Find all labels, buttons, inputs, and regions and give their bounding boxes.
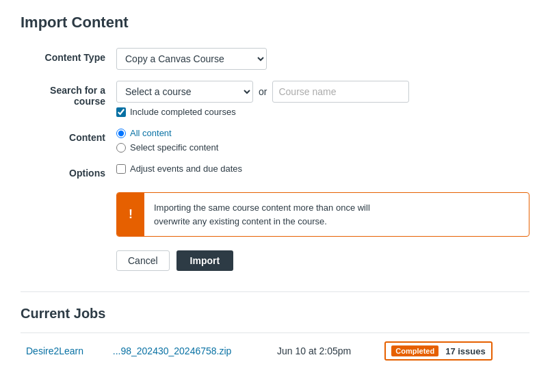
search-course-label: Search for a course <box>21 81 116 107</box>
current-jobs-section: Current Jobs Desire2Learn ...98_202430_2… <box>21 306 529 369</box>
radio-specific-content[interactable] <box>116 143 126 153</box>
content-row: Content All content Select specific cont… <box>21 128 529 153</box>
content-type-label: Content Type <box>21 48 116 63</box>
or-label: or <box>259 86 267 97</box>
job-name-cell: Desire2Learn <box>21 333 107 369</box>
radio-specific-content-label[interactable]: Select specific content <box>130 142 218 153</box>
search-course-select[interactable]: Select a course <box>116 81 253 103</box>
button-row: Cancel Import <box>116 250 529 271</box>
content-type-control: Copy a Canvas Course <box>116 48 529 70</box>
content-type-select[interactable]: Copy a Canvas Course <box>116 48 267 70</box>
current-jobs-title: Current Jobs <box>21 306 529 322</box>
job-file-link[interactable]: ...98_202430_20246758.zip <box>113 345 232 356</box>
adjust-events-label[interactable]: Adjust events and due dates <box>130 164 242 174</box>
content-control: All content Select specific content <box>116 128 529 153</box>
course-name-input[interactable] <box>272 81 409 103</box>
warning-icon: ! <box>117 193 144 236</box>
adjust-events-row: Adjust events and due dates <box>116 164 529 174</box>
radio-all-content-row: All content <box>116 128 529 138</box>
import-button[interactable]: Import <box>176 250 234 271</box>
table-row: Desire2Learn ...98_202430_20246758.zip J… <box>21 333 529 369</box>
options-label: Options <box>21 164 116 179</box>
jobs-table: Desire2Learn ...98_202430_20246758.zip J… <box>21 332 529 369</box>
issues-count: 17 issues <box>445 346 486 356</box>
warning-message: Importing the same course content more t… <box>144 193 380 236</box>
status-cell: Completed 17 issues <box>384 341 492 361</box>
content-label: Content <box>21 128 116 143</box>
radio-specific-content-row: Select specific content <box>116 142 529 153</box>
warning-text-line2: overwrite any existing content in the co… <box>154 216 327 226</box>
warning-exclamation: ! <box>129 207 133 222</box>
job-status-cell: Completed 17 issues <box>379 333 529 369</box>
page-title: Import Content <box>21 14 529 31</box>
options-control: Adjust events and due dates <box>116 164 529 174</box>
jobs-table-body: Desire2Learn ...98_202430_20246758.zip J… <box>21 333 529 369</box>
section-divider <box>21 291 529 292</box>
radio-all-content[interactable] <box>116 129 126 138</box>
content-radio-group: All content Select specific content <box>116 128 529 153</box>
warning-box: ! Importing the same course content more… <box>116 192 529 237</box>
job-date: Jun 10 at 2:05pm <box>277 345 351 356</box>
search-course-control: Select a course or Include completed cou… <box>116 81 529 117</box>
radio-all-content-label[interactable]: All content <box>130 128 172 138</box>
job-file-cell: ...98_202430_20246758.zip <box>107 333 272 369</box>
include-completed-label[interactable]: Include completed courses <box>130 107 236 117</box>
options-row: Options Adjust events and due dates <box>21 164 529 179</box>
include-completed-row: Include completed courses <box>116 107 529 117</box>
status-badge: Completed <box>391 345 438 356</box>
job-date-cell: Jun 10 at 2:05pm <box>272 333 379 369</box>
job-name-link[interactable]: Desire2Learn <box>26 345 83 356</box>
include-completed-checkbox[interactable] <box>116 107 126 117</box>
search-course-inner: Select a course or <box>116 81 529 103</box>
cancel-button[interactable]: Cancel <box>116 250 170 271</box>
search-course-row: Search for a course Select a course or I… <box>21 81 529 117</box>
content-type-row: Content Type Copy a Canvas Course <box>21 48 529 70</box>
adjust-events-checkbox[interactable] <box>116 164 126 174</box>
warning-text-line1: Importing the same course content more t… <box>154 202 370 213</box>
